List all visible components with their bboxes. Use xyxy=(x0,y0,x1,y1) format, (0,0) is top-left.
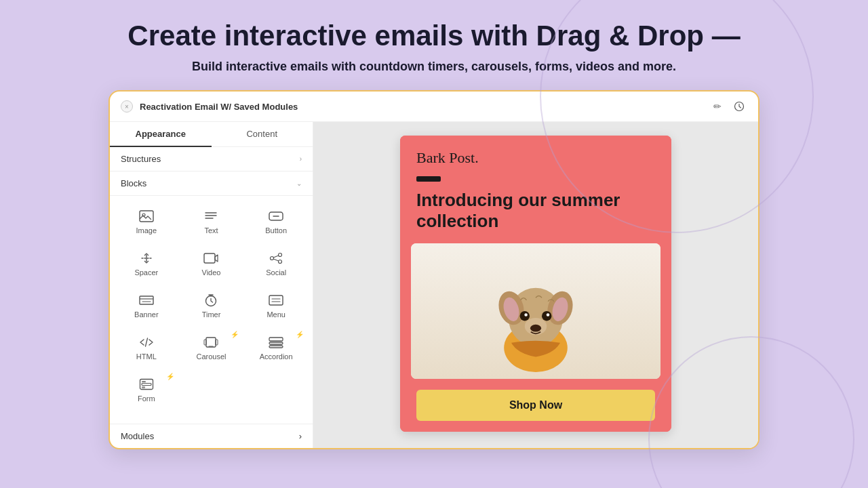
banner-block-icon xyxy=(139,293,154,308)
carousel-block-icon xyxy=(203,335,218,350)
svg-point-41 xyxy=(520,311,530,321)
image-block-icon xyxy=(139,209,154,224)
blocks-arrow: ⌄ xyxy=(296,180,302,187)
svg-rect-26 xyxy=(216,340,218,345)
left-panel: Appearance Content Structures › Blocks ⌄ xyxy=(110,122,313,448)
block-menu[interactable]: Menu xyxy=(245,285,307,325)
blocks-container: Image Text Button xyxy=(110,196,313,424)
social-block-icon xyxy=(269,251,283,266)
timer-block-label: Timer xyxy=(202,310,221,319)
svg-rect-33 xyxy=(142,384,151,386)
text-block-label: Text xyxy=(204,226,218,235)
social-block-label: Social xyxy=(266,268,286,277)
svg-rect-28 xyxy=(269,338,283,341)
main-headline: Create interactive emails with Drag & Dr… xyxy=(127,20,740,52)
svg-rect-25 xyxy=(204,340,206,345)
structures-label: Structures xyxy=(121,154,161,164)
modules-label: Modules xyxy=(121,431,154,441)
button-block-label: Button xyxy=(265,226,287,235)
video-block-label: Video xyxy=(202,268,221,277)
banner-block-label: Banner xyxy=(134,310,158,319)
email-header: Bark Post. Introducing our summer collec… xyxy=(400,136,671,243)
blocks-grid: Image Text Button xyxy=(110,196,313,414)
brand-name: Bark Post. xyxy=(416,149,655,167)
accordion-block-icon xyxy=(269,335,283,350)
svg-line-23 xyxy=(145,338,147,346)
app-window: × Reactivation Email W/ Saved Modules ✏ … xyxy=(108,90,760,449)
block-carousel[interactable]: ⚡ Carousel xyxy=(180,327,243,367)
email-headline: Introducing our summer collection xyxy=(416,190,655,232)
block-video[interactable]: Video xyxy=(180,243,243,283)
svg-rect-16 xyxy=(140,296,153,304)
blocks-section-header[interactable]: Blocks ⌄ xyxy=(110,171,313,196)
svg-point-43 xyxy=(524,313,528,317)
html-block-icon xyxy=(139,335,154,350)
main-subheadline: Build interactive emails with countdown … xyxy=(192,60,676,74)
tab-bar: Appearance Content xyxy=(110,122,313,147)
timer-block-icon xyxy=(204,293,218,308)
modules-arrow: › xyxy=(299,431,302,441)
blocks-label: Blocks xyxy=(121,178,146,188)
app-body: Appearance Content Structures › Blocks ⌄ xyxy=(110,122,758,448)
title-icons: ✏ xyxy=(709,98,747,115)
block-spacer[interactable]: Spacer xyxy=(115,243,178,283)
block-banner[interactable]: Banner xyxy=(115,285,178,325)
block-html[interactable]: HTML xyxy=(115,327,178,367)
block-text[interactable]: Text xyxy=(180,201,243,241)
form-block-icon xyxy=(139,377,154,392)
svg-rect-32 xyxy=(142,382,146,383)
edit-icon[interactable]: ✏ xyxy=(709,98,726,115)
menu-block-icon xyxy=(269,293,283,308)
svg-point-13 xyxy=(271,257,274,260)
email-footer: Shop Now xyxy=(400,379,671,432)
carousel-block-label: Carousel xyxy=(196,352,226,361)
svg-point-47 xyxy=(530,324,541,331)
block-image[interactable]: Image xyxy=(115,201,178,241)
svg-rect-30 xyxy=(269,346,283,348)
svg-rect-10 xyxy=(204,253,215,263)
color-bar xyxy=(416,176,441,182)
title-bar: × Reactivation Email W/ Saved Modules ✏ xyxy=(110,92,758,122)
email-preview: Bark Post. Introducing our summer collec… xyxy=(400,136,671,431)
button-block-icon xyxy=(269,209,283,224)
email-image xyxy=(411,243,660,379)
html-block-label: HTML xyxy=(136,352,157,361)
svg-rect-29 xyxy=(269,342,283,344)
svg-point-11 xyxy=(279,253,282,257)
svg-point-12 xyxy=(279,260,282,264)
svg-rect-24 xyxy=(206,338,216,347)
svg-line-15 xyxy=(273,259,279,261)
spacer-block-icon xyxy=(139,251,154,266)
svg-rect-1 xyxy=(140,211,153,222)
shop-now-button[interactable]: Shop Now xyxy=(416,390,655,421)
modules-section-header[interactable]: Modules › xyxy=(110,424,313,448)
svg-rect-34 xyxy=(142,386,145,388)
accordion-block-label: Accordion xyxy=(260,352,293,361)
form-lightning: ⚡ xyxy=(166,373,174,380)
tab-appearance[interactable]: Appearance xyxy=(110,122,212,147)
right-panel: Bark Post. Introducing our summer collec… xyxy=(313,122,758,448)
block-timer[interactable]: Timer xyxy=(180,285,243,325)
tab-content[interactable]: Content xyxy=(212,122,313,146)
dog-illustration xyxy=(411,243,660,379)
history-icon[interactable] xyxy=(731,98,747,115)
accordion-lightning: ⚡ xyxy=(296,331,304,338)
block-button[interactable]: Button xyxy=(245,201,307,241)
close-button[interactable]: × xyxy=(121,100,133,113)
menu-block-label: Menu xyxy=(267,310,285,319)
structures-section-header[interactable]: Structures › xyxy=(110,147,313,171)
block-form[interactable]: ⚡ Form xyxy=(115,369,178,409)
structures-arrow: › xyxy=(300,155,302,163)
text-block-icon xyxy=(203,209,218,224)
svg-point-44 xyxy=(547,313,550,317)
window-title: Reactivation Email W/ Saved Modules xyxy=(140,102,703,112)
carousel-lightning: ⚡ xyxy=(231,331,239,338)
svg-rect-20 xyxy=(269,296,283,305)
form-block-label: Form xyxy=(138,394,155,403)
svg-line-14 xyxy=(273,256,279,258)
spacer-block-label: Spacer xyxy=(134,268,158,277)
block-social[interactable]: Social xyxy=(245,243,307,283)
block-accordion[interactable]: ⚡ Accordion xyxy=(245,327,307,367)
video-block-icon xyxy=(203,251,218,266)
svg-point-42 xyxy=(542,311,551,321)
